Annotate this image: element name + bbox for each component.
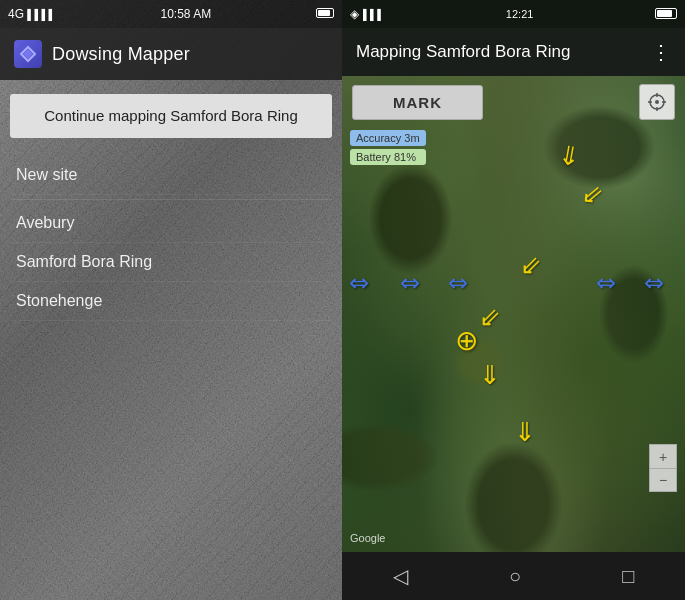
blue-arrow-5: ⇔: [644, 271, 664, 295]
app-icon: [14, 40, 42, 68]
map-area: MARK Accuracy 3m Battery 81% ⇓ ⇙ ⇙ ⇙ ⇓: [342, 76, 685, 552]
yellow-arrow-1: ⇓: [556, 141, 582, 170]
blue-arrow-3: ⇔: [448, 271, 468, 295]
recents-button[interactable]: □: [602, 557, 654, 596]
google-attribution: Google: [350, 532, 385, 544]
continue-mapping-button[interactable]: Continue mapping Samford Bora Ring: [10, 94, 332, 138]
svg-point-3: [655, 100, 659, 104]
menu-divider-1: [10, 199, 332, 200]
info-badges: Accuracy 3m Battery 81%: [350, 130, 426, 165]
zoom-out-button[interactable]: −: [649, 468, 677, 492]
app-title: Dowsing Mapper: [52, 44, 190, 65]
home-button[interactable]: ○: [489, 557, 541, 596]
right-panel: ◈ ▌▌▌ 12:21 Mapping Samford Bora Ring ⋮ …: [342, 0, 685, 600]
nav-bar: ◁ ○ □: [342, 552, 685, 600]
location-status-icon: ◈: [350, 7, 359, 21]
status-bar-right: ◈ ▌▌▌ 12:21: [342, 0, 685, 28]
zoom-in-button[interactable]: +: [649, 444, 677, 468]
mark-button[interactable]: MARK: [352, 85, 483, 120]
yellow-arrow-6: ⇓: [514, 419, 536, 445]
yellow-arrow-3: ⇙: [520, 252, 542, 278]
yellow-arrow-4: ⇙: [479, 304, 501, 330]
back-button[interactable]: ◁: [373, 556, 428, 596]
left-panel: 4G ▌▌▌▌ 10:58 AM Dowsing Mapper Continue…: [0, 0, 342, 600]
time-left: 10:58 AM: [161, 7, 212, 21]
mapping-title: Mapping Samford Bora Ring: [356, 42, 571, 62]
blue-arrow-1: ⇔: [349, 271, 369, 295]
yellow-arrow-2: ⇙: [581, 180, 605, 208]
yellow-arrow-5: ⇓: [479, 362, 501, 388]
signal-indicator: 4G ▌▌▌▌: [8, 7, 56, 21]
battery-left: [316, 7, 334, 21]
mark-toolbar: MARK: [342, 84, 685, 120]
location-center-button[interactable]: [639, 84, 675, 120]
app-bar-right: Mapping Samford Bora Ring ⋮: [342, 28, 685, 76]
time-right: 12:21: [506, 8, 534, 20]
wifi-icon: ▌▌▌: [363, 9, 384, 20]
zoom-controls: + −: [649, 444, 677, 492]
status-bar-left: 4G ▌▌▌▌ 10:58 AM: [0, 0, 342, 28]
battery-icon: [316, 8, 334, 18]
avebury-button[interactable]: Avebury: [10, 204, 332, 243]
battery-right-icon: [655, 8, 677, 21]
stonehenge-button[interactable]: Stonehenge: [10, 282, 332, 321]
samford-button[interactable]: Samford Bora Ring: [10, 243, 332, 282]
blue-arrow-4: ⇔: [596, 271, 616, 295]
blue-arrow-2: ⇔: [400, 271, 420, 295]
new-site-button[interactable]: New site: [10, 156, 332, 195]
accuracy-badge: Accuracy 3m: [350, 130, 426, 146]
battery-badge: Battery 81%: [350, 149, 426, 165]
left-content: Continue mapping Samford Bora Ring New s…: [0, 80, 342, 335]
crosshair-marker: ⊕: [455, 324, 478, 357]
overflow-menu-button[interactable]: ⋮: [651, 40, 671, 64]
app-bar-left: Dowsing Mapper: [0, 28, 342, 80]
